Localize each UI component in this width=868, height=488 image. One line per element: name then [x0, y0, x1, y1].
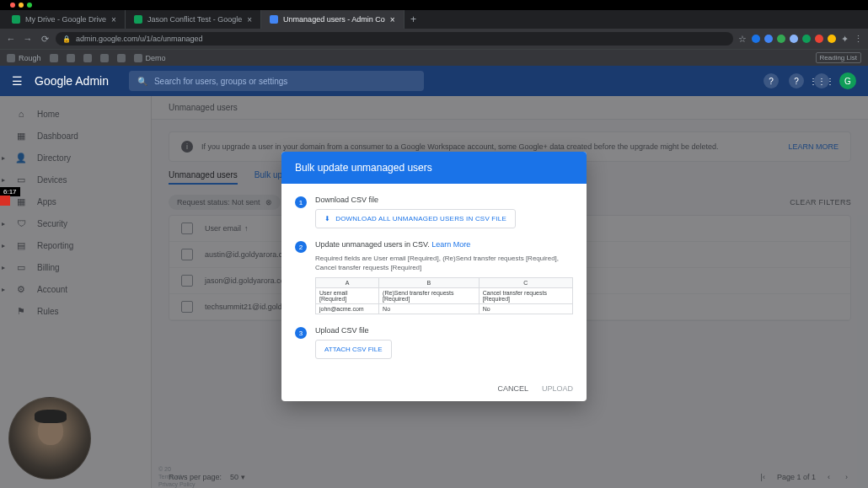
close-icon[interactable]: ×: [111, 15, 116, 24]
close-icon[interactable]: ⊗: [265, 198, 272, 206]
checkbox[interactable]: [181, 275, 193, 287]
bookmark-icon[interactable]: [100, 54, 109, 62]
step-title: Upload CSV file: [315, 326, 573, 335]
clear-filters-button[interactable]: CLEAR FILTERS: [790, 198, 851, 206]
checkbox[interactable]: [181, 223, 193, 234]
tab-title: My Drive - Google Drive: [25, 15, 106, 24]
step-number: 1: [295, 196, 307, 208]
admin-header: ☰ Google Admin 🔍 Search for users, group…: [0, 66, 868, 96]
bookmark-icon[interactable]: [50, 54, 58, 62]
window-controls[interactable]: [7, 3, 32, 8]
browser-tab[interactable]: Unmanaged users - Admin Co ×: [261, 10, 404, 29]
cancel-button[interactable]: CANCEL: [497, 384, 528, 393]
home-icon: ⌂: [15, 108, 27, 120]
shield-icon: 🛡: [15, 217, 27, 229]
attach-csv-button[interactable]: ATTACH CSV FILE: [315, 340, 392, 359]
extension-icons[interactable]: [752, 35, 836, 43]
step-3: 3 Upload CSV file ATTACH CSV FILE: [295, 326, 573, 359]
new-tab-button[interactable]: +: [405, 10, 423, 29]
apps-icon: ▦: [15, 196, 27, 207]
chevron-right-icon: ▸: [2, 220, 5, 228]
sidebar-item-dashboard[interactable]: ▦Dashboard: [0, 125, 151, 147]
back-button[interactable]: ←: [5, 33, 17, 45]
billing-icon: ▭: [15, 261, 27, 273]
browser-tab[interactable]: My Drive - Google Drive ×: [3, 10, 126, 29]
dialog-title: Bulk update unmanaged users: [281, 152, 587, 184]
chevron-right-icon: ▸: [2, 242, 5, 249]
apps-icon[interactable]: ⋮⋮⋮: [814, 73, 829, 88]
sidebar-item-security[interactable]: ▸🛡Security: [0, 212, 151, 234]
lock-icon: 🔒: [62, 35, 71, 43]
star-icon[interactable]: ☆: [738, 34, 747, 45]
chevron-right-icon: ▸: [2, 154, 5, 162]
info-icon: i: [181, 141, 193, 153]
csv-example-table: ABC User email [Required](Re)Send transf…: [315, 277, 573, 314]
chevron-right-icon: ▸: [2, 286, 5, 293]
recording-indicator-icon: [0, 196, 10, 206]
tab-title: Unmanaged users - Admin Co: [283, 15, 385, 24]
chevron-right-icon: ▸: [2, 264, 5, 271]
system-bar: [0, 0, 868, 10]
step-number: 2: [295, 241, 307, 253]
bookmark-icon[interactable]: [67, 54, 75, 62]
avatar[interactable]: G: [839, 72, 856, 89]
close-icon[interactable]: ×: [390, 15, 395, 24]
help-icon[interactable]: ?: [789, 73, 804, 88]
sidebar-item-billing[interactable]: ▸▭Billing: [0, 256, 151, 278]
search-placeholder: Search for users, groups or settings: [154, 77, 287, 86]
sidebar-item-account[interactable]: ▸⚙Account: [0, 278, 151, 300]
menu-icon[interactable]: ⋮: [854, 34, 863, 45]
devices-icon: ▭: [15, 174, 27, 185]
forward-button[interactable]: →: [22, 33, 34, 45]
checkbox[interactable]: [181, 249, 193, 260]
download-icon: ⬇: [324, 215, 330, 223]
checkbox[interactable]: [181, 301, 193, 313]
close-icon[interactable]: ×: [247, 15, 252, 24]
webcam-overlay: [8, 397, 91, 480]
next-page-button[interactable]: ›: [842, 471, 851, 483]
first-page-button[interactable]: |‹: [758, 471, 769, 483]
filter-chip[interactable]: Request status: Not sent⊗: [169, 195, 281, 210]
tab-title: Jason Conflict Test - Google: [147, 15, 242, 24]
reload-button[interactable]: ⟳: [39, 33, 51, 45]
bookmark-item[interactable]: Rough: [7, 54, 41, 62]
sidebar-item-rules[interactable]: ⚑Rules: [0, 300, 151, 322]
step-2: 2 Update unmanaged users in CSV. Learn M…: [295, 240, 573, 314]
breadcrumb: Unmanaged users: [152, 96, 868, 120]
bookmark-item[interactable]: Demo: [134, 54, 166, 62]
dashboard-icon: ▦: [15, 130, 27, 142]
reading-list-button[interactable]: Reading List: [816, 52, 861, 63]
bookmark-icon[interactable]: [83, 54, 92, 62]
reporting-icon: ▤: [15, 239, 27, 251]
sort-arrow-icon: ↑: [244, 224, 249, 233]
logo: Google Admin: [35, 74, 109, 88]
info-icon[interactable]: ?: [764, 73, 779, 88]
address-bar[interactable]: 🔒 admin.google.com/u/1/ac/unmanaged: [56, 32, 733, 46]
rows-per-page-select[interactable]: 50 ▾: [230, 473, 245, 481]
learn-more-link[interactable]: LEARN MORE: [788, 142, 839, 151]
directory-icon: 👤: [15, 152, 27, 164]
sidebar-item-devices[interactable]: ▸▭Devices: [0, 169, 151, 190]
step-1: 1 Download CSV file ⬇ DOWNLOAD ALL UNMAN…: [295, 196, 573, 228]
sidebar-item-reporting[interactable]: ▸▤Reporting: [0, 234, 151, 256]
bookmark-icon[interactable]: [117, 54, 126, 62]
upload-button[interactable]: UPLOAD: [542, 384, 573, 393]
sidebar-item-apps[interactable]: ▸▦Apps: [0, 190, 151, 212]
learn-more-link[interactable]: Learn More: [431, 240, 470, 249]
step-title: Update unmanaged users in CSV. Learn Mor…: [315, 240, 573, 249]
extensions-icon[interactable]: ✦: [841, 34, 849, 45]
search-input[interactable]: 🔍 Search for users, groups or settings: [129, 71, 424, 91]
bulk-update-dialog: Bulk update unmanaged users 1 Download C…: [281, 152, 587, 401]
pagination: Rows per page: 50 ▾ |‹ Page 1 of 1 ‹ ›: [169, 471, 851, 483]
browser-tab[interactable]: Jason Conflict Test - Google ×: [126, 10, 261, 29]
gear-icon: ⚙: [15, 283, 27, 295]
download-csv-button[interactable]: ⬇ DOWNLOAD ALL UNMANAGED USERS IN CSV FI…: [315, 209, 516, 228]
chevron-right-icon: ▸: [2, 176, 5, 184]
tab-unmanaged[interactable]: Unmanaged users: [169, 170, 238, 185]
rules-icon: ⚑: [15, 305, 27, 317]
menu-icon[interactable]: ☰: [12, 74, 23, 88]
sidebar-item-directory[interactable]: ▸👤Directory: [0, 147, 151, 169]
footer-links: © 20 Terms of Privacy Policy: [158, 465, 196, 488]
prev-page-button[interactable]: ‹: [824, 471, 833, 483]
sidebar-item-home[interactable]: ⌂Home: [0, 103, 151, 125]
